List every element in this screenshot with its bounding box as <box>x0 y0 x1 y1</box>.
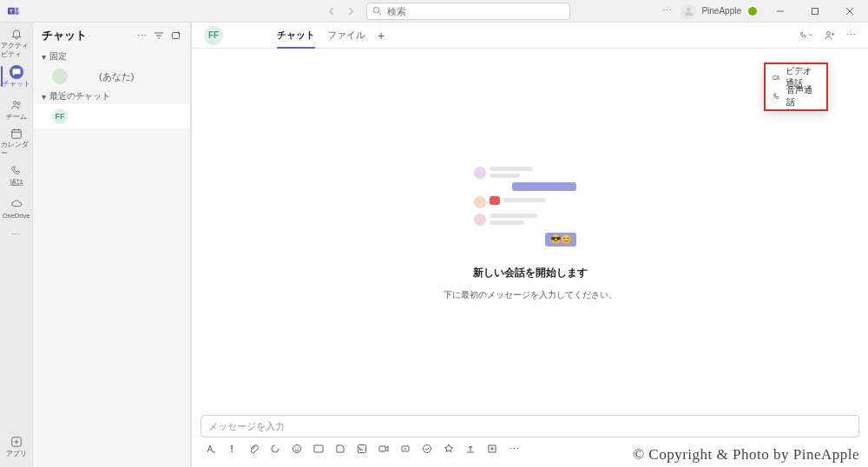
svg-point-31 <box>298 447 299 448</box>
phone-icon <box>773 92 781 102</box>
actions-icon[interactable] <box>356 443 368 455</box>
avatar-icon <box>52 69 68 84</box>
rail-item-chat[interactable]: チャット <box>1 61 32 92</box>
svg-rect-2 <box>15 10 18 14</box>
rail-label: アクティビティ <box>1 42 32 59</box>
upload-icon[interactable] <box>464 443 477 455</box>
chat-icon <box>10 65 23 79</box>
presence-indicator <box>746 5 759 17</box>
chat-avatar: FF <box>204 26 223 45</box>
titlebar: T ⋯ PineApple <box>0 0 868 23</box>
priority-icon[interactable]: ! <box>226 443 238 455</box>
search-input[interactable] <box>387 6 564 16</box>
chat-header: FF チャット ファイル + ⋯ <box>192 23 868 49</box>
dropdown-item-label: 音声通話 <box>786 84 819 109</box>
more-icon[interactable]: ⋯ <box>662 5 672 16</box>
rail-more-icon[interactable]: ⋯ <box>11 229 21 240</box>
svg-point-29 <box>293 445 301 453</box>
sticker-icon[interactable] <box>334 443 346 455</box>
rail-item-apps[interactable]: アプリ <box>1 431 32 462</box>
approvals-icon[interactable] <box>421 443 433 455</box>
sidebar-section-recent[interactable]: ▾最近のチャット <box>33 89 190 104</box>
nav-forward-button[interactable] <box>342 3 359 20</box>
sidebar-title: チャット <box>42 28 87 43</box>
dropdown-item-audio-call[interactable]: 音声通話 <box>766 87 826 106</box>
calendar-icon <box>10 127 23 140</box>
rail-label: チャット <box>3 80 30 89</box>
svg-point-6 <box>687 7 691 11</box>
rail-label: OneDrive <box>3 212 30 220</box>
call-dropdown-button[interactable] <box>799 30 813 41</box>
window-maximize-button[interactable] <box>802 1 828 22</box>
svg-point-28 <box>272 445 279 452</box>
svg-rect-13 <box>11 129 21 138</box>
titlebar-right: ⋯ PineApple <box>662 1 868 22</box>
svg-point-12 <box>17 102 20 104</box>
svg-point-36 <box>424 445 431 453</box>
svg-rect-32 <box>314 445 323 452</box>
sidebar-section-pinned[interactable]: ▾固定 <box>33 49 190 64</box>
app-rail: アクティビティ チャット チーム カレンダー 通話 OneDrive ⋯ アプリ <box>0 23 33 467</box>
rail-item-onedrive[interactable]: OneDrive <box>1 193 32 224</box>
loop-icon[interactable] <box>269 443 281 455</box>
rail-item-calls[interactable]: 通話 <box>1 160 32 191</box>
svg-point-11 <box>13 101 16 104</box>
rail-item-calendar[interactable]: カレンダー <box>1 127 32 158</box>
rail-label: カレンダー <box>1 141 32 158</box>
user-avatar-icon <box>681 3 696 19</box>
people-add-icon[interactable] <box>824 30 836 41</box>
svg-rect-33 <box>358 445 366 453</box>
add-tab-button[interactable]: + <box>378 23 385 48</box>
user-area[interactable]: PineApple <box>681 3 759 19</box>
sidebar-header: チャット ⋯ <box>33 23 190 49</box>
compose-toolbar: ! ⋯ <box>201 437 859 460</box>
attach-icon[interactable] <box>247 443 260 455</box>
search-box[interactable] <box>366 3 570 20</box>
chat-sidebar: チャット ⋯ ▾固定 (あなた) ▾最近のチャット FF <box>33 23 191 467</box>
window-minimize-button[interactable] <box>767 1 793 22</box>
svg-point-4 <box>373 7 378 12</box>
call-dropdown-menu: ビデオ通話 音声通話 <box>764 62 828 111</box>
apps-icon <box>10 435 23 449</box>
toolbar-more-icon[interactable]: ⋯ <box>508 443 520 455</box>
chevron-down-icon: ▾ <box>42 92 46 102</box>
svg-point-24 <box>826 31 830 35</box>
chat-header-more-icon[interactable]: ⋯ <box>846 30 856 41</box>
sidebar-item-label: (あなた) <box>99 70 134 83</box>
new-chat-icon[interactable] <box>171 30 181 42</box>
nav-back-button[interactable] <box>323 3 340 20</box>
chat-content: FF チャット ファイル + ⋯ <box>191 23 868 467</box>
search-icon <box>372 6 382 16</box>
tab-files[interactable]: ファイル <box>327 23 365 48</box>
empty-state-illustration: 😎😊 <box>474 163 587 250</box>
sidebar-item-ff[interactable]: FF <box>33 104 190 128</box>
nav-arrows <box>323 3 359 20</box>
filter-icon[interactable] <box>154 30 164 42</box>
people-icon <box>10 98 23 112</box>
message-composer: メッセージを入力 ! ⋯ <box>201 415 859 460</box>
more-apps-icon[interactable] <box>486 443 498 455</box>
sidebar-item-you[interactable]: (あなた) <box>33 64 190 89</box>
svg-line-5 <box>378 12 381 15</box>
svg-rect-40 <box>773 76 777 79</box>
avatar-icon: FF <box>52 109 68 124</box>
window-close-button[interactable] <box>837 1 863 22</box>
rail-item-activity[interactable]: アクティビティ <box>1 28 32 59</box>
emoji-icon[interactable] <box>291 443 303 455</box>
rail-label: アプリ <box>6 450 27 458</box>
rail-label: 通話 <box>10 179 23 187</box>
format-icon[interactable] <box>204 443 216 455</box>
video-icon <box>773 73 780 82</box>
gif-icon[interactable] <box>312 443 325 455</box>
svg-point-30 <box>295 447 296 448</box>
chat-tabs: チャット ファイル + <box>277 23 385 48</box>
video-clip-icon[interactable] <box>378 443 390 455</box>
sidebar-more-icon[interactable]: ⋯ <box>137 30 147 42</box>
chevron-down-icon: ▾ <box>42 52 46 62</box>
empty-state-title: 新しい会話を開始します <box>473 266 588 280</box>
tab-chat[interactable]: チャット <box>277 23 315 48</box>
viva-icon[interactable] <box>443 443 455 455</box>
message-input[interactable]: メッセージを入力 <box>201 415 859 437</box>
stream-icon[interactable] <box>399 443 411 455</box>
rail-item-teams[interactable]: チーム <box>1 94 32 125</box>
